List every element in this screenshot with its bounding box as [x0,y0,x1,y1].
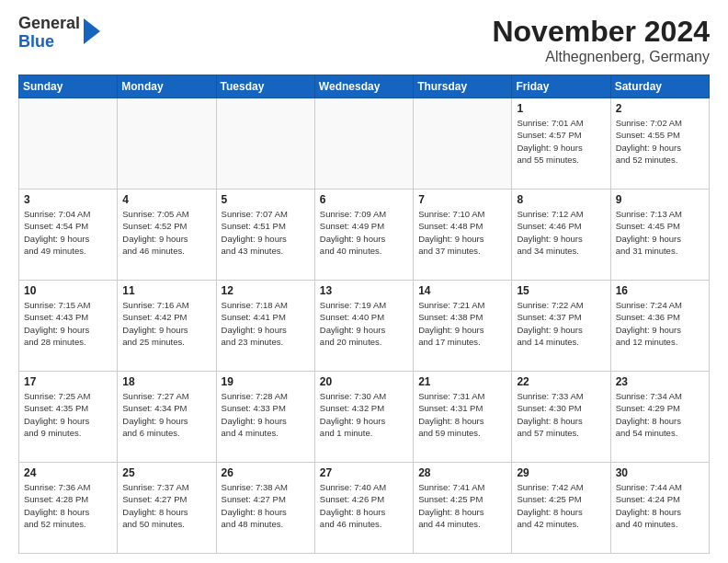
day-number: 22 [517,375,605,388]
calendar-cell: 11Sunrise: 7:16 AM Sunset: 4:42 PM Dayli… [118,281,216,372]
day-info: Sunrise: 7:44 AM Sunset: 4:24 PM Dayligh… [616,481,704,530]
calendar-cell: 13Sunrise: 7:19 AM Sunset: 4:40 PM Dayli… [314,281,413,372]
day-info: Sunrise: 7:05 AM Sunset: 4:52 PM Dayligh… [122,208,210,257]
calendar-cell [216,98,314,190]
day-info: Sunrise: 7:01 AM Sunset: 4:57 PM Dayligh… [517,117,605,166]
calendar-cell: 21Sunrise: 7:31 AM Sunset: 4:31 PM Dayli… [414,372,512,463]
calendar-body: 1Sunrise: 7:01 AM Sunset: 4:57 PM Daylig… [19,98,710,554]
day-number: 5 [222,193,310,206]
day-info: Sunrise: 7:42 AM Sunset: 4:25 PM Dayligh… [517,481,605,530]
day-info: Sunrise: 7:22 AM Sunset: 4:37 PM Dayligh… [517,299,605,348]
logo-general: General [18,15,80,33]
calendar-cell: 7Sunrise: 7:10 AM Sunset: 4:48 PM Daylig… [414,190,512,281]
day-number: 17 [24,375,112,388]
day-number: 15 [517,284,605,297]
calendar-cell: 10Sunrise: 7:15 AM Sunset: 4:43 PM Dayli… [19,281,118,372]
calendar-cell: 20Sunrise: 7:30 AM Sunset: 4:32 PM Dayli… [314,372,413,463]
day-number: 26 [222,466,310,479]
day-info: Sunrise: 7:15 AM Sunset: 4:43 PM Dayligh… [24,299,112,348]
day-of-week-wednesday: Wednesday [314,75,413,98]
calendar-cell: 4Sunrise: 7:05 AM Sunset: 4:52 PM Daylig… [118,190,216,281]
day-of-week-monday: Monday [118,75,216,98]
day-number: 19 [222,375,310,388]
day-info: Sunrise: 7:38 AM Sunset: 4:27 PM Dayligh… [222,481,310,530]
day-number: 13 [320,284,408,297]
day-number: 18 [122,375,210,388]
page-title: November 2024 [492,15,710,49]
day-number: 6 [320,193,408,206]
calendar-cell: 25Sunrise: 7:37 AM Sunset: 4:27 PM Dayli… [118,463,216,554]
day-info: Sunrise: 7:40 AM Sunset: 4:26 PM Dayligh… [320,481,408,530]
logo-arrow-icon [84,18,100,44]
calendar-cell: 29Sunrise: 7:42 AM Sunset: 4:25 PM Dayli… [512,463,610,554]
week-row-3: 10Sunrise: 7:15 AM Sunset: 4:43 PM Dayli… [19,281,710,372]
day-number: 27 [320,466,408,479]
day-info: Sunrise: 7:16 AM Sunset: 4:42 PM Dayligh… [122,299,210,348]
day-of-week-tuesday: Tuesday [216,75,314,98]
calendar: SundayMondayTuesdayWednesdayThursdayFrid… [18,75,710,554]
calendar-cell: 5Sunrise: 7:07 AM Sunset: 4:51 PM Daylig… [216,190,314,281]
day-number: 14 [418,284,506,297]
days-of-week-row: SundayMondayTuesdayWednesdayThursdayFrid… [19,75,710,98]
day-of-week-friday: Friday [512,75,610,98]
day-info: Sunrise: 7:27 AM Sunset: 4:34 PM Dayligh… [122,390,210,439]
calendar-cell: 27Sunrise: 7:40 AM Sunset: 4:26 PM Dayli… [314,463,413,554]
day-info: Sunrise: 7:24 AM Sunset: 4:36 PM Dayligh… [616,299,704,348]
week-row-2: 3Sunrise: 7:04 AM Sunset: 4:54 PM Daylig… [19,190,710,281]
calendar-cell: 6Sunrise: 7:09 AM Sunset: 4:49 PM Daylig… [314,190,413,281]
day-info: Sunrise: 7:21 AM Sunset: 4:38 PM Dayligh… [418,299,506,348]
logo-blue: Blue [18,33,80,52]
day-number: 12 [222,284,310,297]
day-info: Sunrise: 7:36 AM Sunset: 4:28 PM Dayligh… [24,481,112,530]
calendar-cell: 8Sunrise: 7:12 AM Sunset: 4:46 PM Daylig… [512,190,610,281]
day-info: Sunrise: 7:02 AM Sunset: 4:55 PM Dayligh… [616,117,704,166]
calendar-cell: 12Sunrise: 7:18 AM Sunset: 4:41 PM Dayli… [216,281,314,372]
day-number: 4 [122,193,210,206]
day-number: 24 [24,466,112,479]
day-info: Sunrise: 7:30 AM Sunset: 4:32 PM Dayligh… [320,390,408,439]
day-number: 9 [616,193,704,206]
calendar-cell [314,98,413,190]
day-number: 3 [24,193,112,206]
day-of-week-saturday: Saturday [610,75,709,98]
calendar-header: SundayMondayTuesdayWednesdayThursdayFrid… [19,75,710,98]
day-info: Sunrise: 7:28 AM Sunset: 4:33 PM Dayligh… [222,390,310,439]
calendar-cell: 30Sunrise: 7:44 AM Sunset: 4:24 PM Dayli… [610,463,709,554]
calendar-cell: 19Sunrise: 7:28 AM Sunset: 4:33 PM Dayli… [216,372,314,463]
calendar-cell: 15Sunrise: 7:22 AM Sunset: 4:37 PM Dayli… [512,281,610,372]
day-number: 8 [517,193,605,206]
day-number: 10 [24,284,112,297]
day-number: 16 [616,284,704,297]
logo: General Blue [18,15,100,52]
day-info: Sunrise: 7:37 AM Sunset: 4:27 PM Dayligh… [122,481,210,530]
calendar-cell [19,98,118,190]
calendar-cell: 9Sunrise: 7:13 AM Sunset: 4:45 PM Daylig… [610,190,709,281]
day-info: Sunrise: 7:41 AM Sunset: 4:25 PM Dayligh… [418,481,506,530]
calendar-cell: 16Sunrise: 7:24 AM Sunset: 4:36 PM Dayli… [610,281,709,372]
day-info: Sunrise: 7:19 AM Sunset: 4:40 PM Dayligh… [320,299,408,348]
day-number: 29 [517,466,605,479]
day-info: Sunrise: 7:04 AM Sunset: 4:54 PM Dayligh… [24,208,112,257]
page: General Blue November 2024 Althegnenberg… [0,0,728,563]
day-number: 20 [320,375,408,388]
week-row-5: 24Sunrise: 7:36 AM Sunset: 4:28 PM Dayli… [19,463,710,554]
day-of-week-thursday: Thursday [414,75,512,98]
day-info: Sunrise: 7:31 AM Sunset: 4:31 PM Dayligh… [418,390,506,439]
day-number: 28 [418,466,506,479]
day-info: Sunrise: 7:07 AM Sunset: 4:51 PM Dayligh… [222,208,310,257]
header: General Blue November 2024 Althegnenberg… [18,15,710,65]
calendar-cell: 23Sunrise: 7:34 AM Sunset: 4:29 PM Dayli… [610,372,709,463]
day-number: 30 [616,466,704,479]
calendar-cell: 22Sunrise: 7:33 AM Sunset: 4:30 PM Dayli… [512,372,610,463]
day-number: 23 [616,375,704,388]
day-number: 7 [418,193,506,206]
calendar-cell [414,98,512,190]
day-info: Sunrise: 7:34 AM Sunset: 4:29 PM Dayligh… [616,390,704,439]
day-info: Sunrise: 7:33 AM Sunset: 4:30 PM Dayligh… [517,390,605,439]
day-info: Sunrise: 7:10 AM Sunset: 4:48 PM Dayligh… [418,208,506,257]
day-number: 1 [517,102,605,115]
day-info: Sunrise: 7:18 AM Sunset: 4:41 PM Dayligh… [222,299,310,348]
day-of-week-sunday: Sunday [19,75,118,98]
calendar-cell [118,98,216,190]
day-number: 21 [418,375,506,388]
